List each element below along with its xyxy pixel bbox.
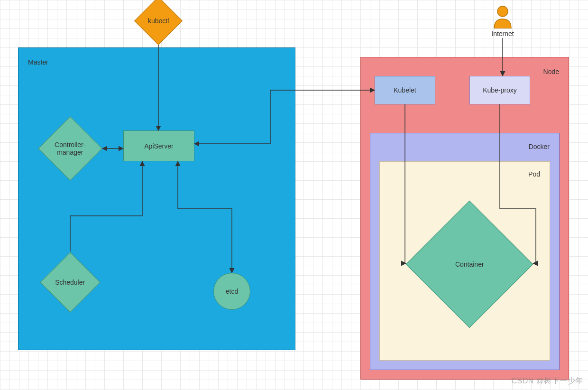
watermark: CSDN @树下一少年 [511, 376, 583, 386]
svg-point-0 [497, 6, 508, 17]
kubelet-label: Kubelet [394, 86, 416, 94]
container-label: Container [455, 260, 484, 268]
kube-proxy-rect: Kube-proxy [469, 76, 530, 104]
pod-title: Pod [528, 170, 540, 178]
kubectl-diamond: kubectl [134, 0, 183, 45]
docker-title: Docker [529, 143, 550, 150]
apiserver-label: ApiServer [144, 142, 173, 150]
etcd-circle: etcd [213, 273, 250, 310]
scheduler-label: Scheduler [55, 279, 85, 286]
kubectl-label: kubectl [148, 17, 169, 25]
controller-manager-label: Controller- manager [55, 141, 85, 156]
kubelet-rect: Kubelet [375, 76, 435, 104]
etcd-label: etcd [226, 288, 238, 295]
master-container: Master [18, 47, 295, 350]
node-title: Node [543, 68, 559, 75]
master-title: Master [28, 58, 48, 66]
apiserver-rect: ApiServer [123, 130, 194, 161]
person-icon [488, 5, 517, 28]
internet-actor: Internet [488, 5, 517, 38]
kube-proxy-label: Kube-proxy [483, 86, 517, 94]
internet-label: Internet [488, 30, 517, 37]
